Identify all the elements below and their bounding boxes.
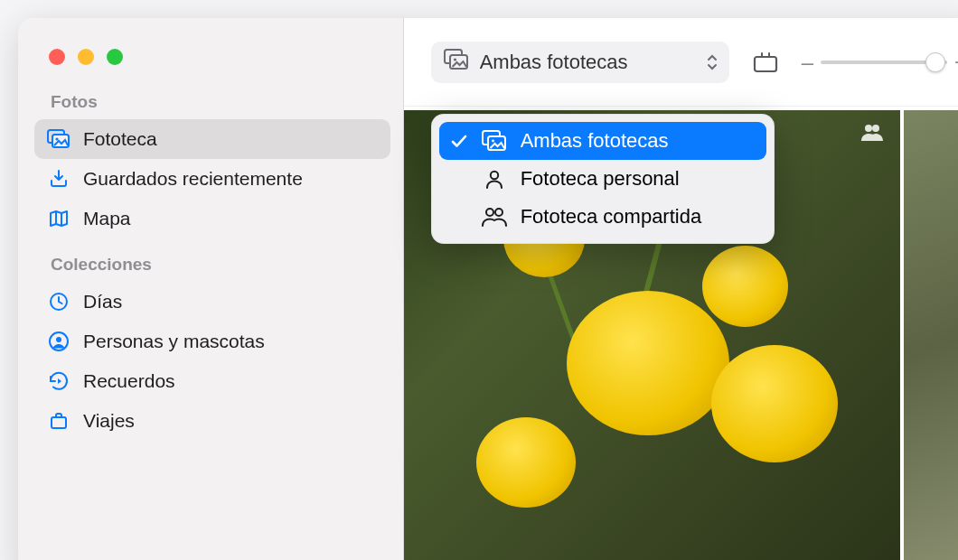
library-selector-label: Ambas fototecas: [480, 51, 628, 74]
zoom-in-button[interactable]: +: [954, 50, 958, 75]
person-icon: [481, 168, 508, 190]
menu-item-label: Fototeca personal: [521, 167, 680, 191]
sidebar-item-label: Viajes: [83, 410, 135, 432]
svg-point-16: [490, 172, 497, 179]
svg-point-5: [56, 337, 61, 342]
zoom-slider-group: – +: [802, 50, 958, 75]
sidebar-item-memories[interactable]: Recuerdos: [34, 361, 390, 401]
sidebar-item-trips[interactable]: Viajes: [34, 401, 390, 441]
minimize-window-button[interactable]: [78, 49, 94, 65]
zoom-out-button[interactable]: –: [802, 50, 813, 75]
checkmark-icon: [450, 134, 468, 148]
sidebar-item-label: Recuerdos: [83, 370, 175, 392]
aspect-ratio-button[interactable]: [746, 46, 785, 79]
menu-item-label: Ambas fototecas: [521, 129, 669, 153]
map-icon: [47, 207, 70, 230]
app-window: Fotos Fototeca Guardados recientemente: [18, 18, 958, 560]
window-controls: [49, 49, 390, 65]
svg-point-17: [486, 209, 493, 216]
sidebar-item-saved-recently[interactable]: Guardados recientemente: [34, 159, 390, 199]
svg-point-15: [492, 140, 494, 143]
menu-item-both-libraries[interactable]: Ambas fototecas: [439, 122, 766, 160]
menu-item-shared-library[interactable]: Fototeca compartida: [439, 198, 766, 236]
sidebar-item-label: Fototeca: [83, 128, 157, 150]
library-icon: [47, 127, 70, 151]
rewind-icon: [47, 369, 70, 393]
library-selector-dropdown[interactable]: Ambas fototecas: [431, 42, 729, 83]
sidebar-section-header: Fotos: [51, 92, 390, 112]
menu-item-label: Fototeca compartida: [521, 205, 702, 229]
library-icon: [444, 49, 469, 76]
library-icon: [481, 130, 508, 152]
clock-icon: [47, 290, 70, 313]
sidebar-item-people-pets[interactable]: Personas y mascotas: [34, 322, 390, 361]
sidebar-item-label: Personas y mascotas: [83, 331, 265, 352]
svg-rect-6: [52, 417, 66, 428]
zoom-slider-thumb[interactable]: [925, 52, 945, 72]
person-circle-icon: [47, 330, 70, 353]
chevron-up-down-icon: [706, 53, 718, 71]
zoom-slider[interactable]: [821, 61, 947, 64]
svg-point-12: [872, 125, 879, 132]
shared-library-icon: [860, 123, 884, 145]
toolbar: Ambas fototecas – +: [404, 18, 958, 107]
svg-rect-10: [755, 57, 776, 71]
menu-item-personal-library[interactable]: Fototeca personal: [439, 160, 766, 198]
library-selector-menu: Ambas fototecas Fototeca personal: [431, 114, 775, 244]
sidebar-item-label: Guardados recientemente: [83, 168, 303, 190]
svg-point-18: [495, 209, 502, 216]
suitcase-icon: [47, 409, 70, 433]
sidebar-item-label: Mapa: [83, 208, 131, 229]
svg-point-9: [454, 58, 456, 61]
svg-point-11: [865, 125, 872, 132]
sidebar-item-days[interactable]: Días: [34, 282, 390, 322]
download-icon: [47, 167, 70, 191]
sidebar-item-map[interactable]: Mapa: [34, 199, 390, 238]
sidebar-section-header: Colecciones: [51, 255, 390, 275]
svg-point-2: [55, 137, 58, 140]
close-window-button[interactable]: [49, 49, 65, 65]
two-person-icon: [481, 206, 508, 228]
sidebar-item-fototeca[interactable]: Fototeca: [34, 119, 390, 159]
main-content: Ambas fototecas – +: [404, 18, 958, 560]
sidebar: Fotos Fototeca Guardados recientemente: [18, 18, 404, 560]
sidebar-item-label: Días: [83, 291, 122, 313]
photo-thumbnail[interactable]: [904, 110, 958, 560]
fullscreen-window-button[interactable]: [107, 49, 123, 65]
